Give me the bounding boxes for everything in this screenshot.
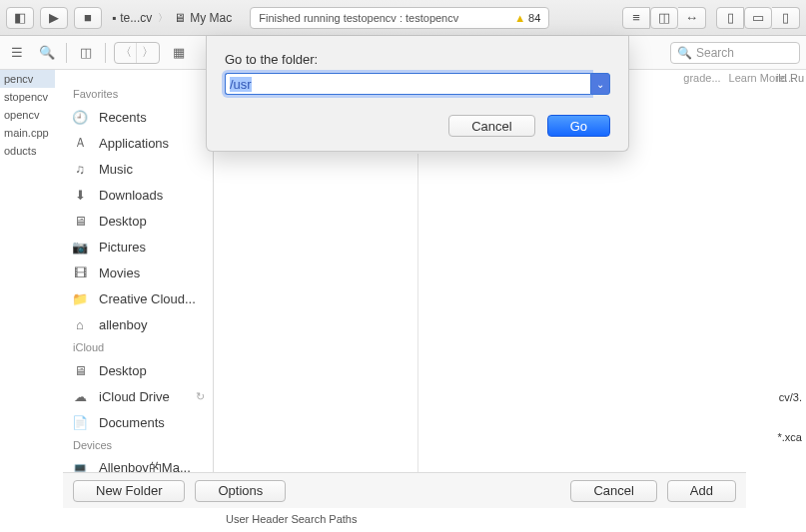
sidebar-section-favorites: Favorites [65,84,213,104]
cloud-icon: ☁ [71,387,89,405]
goto-go-button[interactable]: Go [547,115,610,137]
right-panel-icon: ▯ [782,10,789,25]
nav-item[interactable]: opencv [0,106,55,124]
warning-count: 84 [528,12,540,24]
panel-toggles[interactable]: ▯ ▭ ▯ [716,7,800,29]
toggle-left-panel-button[interactable]: ◧ [6,7,34,29]
forward-button[interactable]: 〉 [137,43,159,63]
desktop-icon: 🖥 [71,361,89,379]
bottom-panel-icon: ▭ [752,10,764,25]
left-panel-icon: ▯ [727,10,734,25]
sidebar-item-label: Desktop [99,363,147,378]
nav-item[interactable]: main.cpp [0,124,55,142]
scheme-name: te...cv [120,11,152,25]
separator [105,43,106,63]
doc-icon: 📄 [71,413,89,431]
sidebar-item-icloud-desktop[interactable]: 🖥Desktop [65,357,213,383]
sheet-add-button[interactable]: Add [667,480,736,502]
warnings-indicator[interactable]: ▲84 [514,12,540,24]
sidebar-item-label: Desktop [99,214,147,229]
stop-icon: ■ [84,10,92,25]
goto-cancel-button[interactable]: Cancel [448,115,534,137]
terminal-icon: ▪ [112,11,116,25]
mac-icon: 🖥 [174,11,186,25]
back-button[interactable]: 〈 [115,43,137,63]
sidebar-item-downloads[interactable]: ⬇Downloads [65,182,213,208]
grid-view-icon[interactable]: ▦ [168,42,190,64]
version-editor-icon: ↔ [685,10,698,25]
panel-left-icon: ◧ [14,10,26,25]
sidebar-item-label: Documents [99,415,165,430]
chevron-right-icon: 〉 [158,11,168,25]
sidebar-section-icloud: iCloud [65,337,213,357]
path-fragment: cv/3. [774,389,806,405]
sidebar-item-recents[interactable]: 🕘Recents [65,104,213,130]
build-run-fragment: ild Ru [776,72,804,84]
path-fragment: *.xca [774,429,806,445]
goto-folder-input[interactable] [225,73,590,95]
search-placeholder: Search [696,46,734,60]
sidebar-item-label: Applications [99,136,169,151]
camera-icon: 📷 [71,238,89,256]
sheet-bottom-bar: New Folder Options Cancel Add [63,472,746,508]
standard-editor-icon: ≡ [632,10,640,25]
options-button[interactable]: Options [195,480,286,502]
chevron-down-icon: ⌄ [596,79,604,90]
nav-icon-2[interactable]: 🔍 [36,42,58,64]
sidebar-toggle[interactable]: ◫ [75,42,97,64]
sidebar-item-movies[interactable]: 🎞Movies [65,260,213,285]
editor-mode-selector[interactable]: ≡ ◫ ↔ [622,7,706,29]
clock-icon: 🕘 [71,108,89,126]
run-destination: My Mac [190,11,232,25]
search-icon: 🔍 [677,46,692,60]
run-button[interactable]: ▶ [40,7,68,29]
nav-item[interactable]: oducts [0,142,55,160]
film-icon: 🎞 [71,264,89,281]
column-divider [417,154,418,486]
sidebar-item-icloud-drive[interactable]: ☁iCloud Drive↻ [65,383,213,409]
sheet-cancel-button[interactable]: Cancel [570,480,656,502]
finder-sidebar: Favorites 🕘Recents ＡApplications ♫Music … [65,70,213,486]
status-text: Finished running testopencv : testopencv [259,12,458,24]
warning-icon: ▲ [514,12,525,24]
sidebar-item-label: Pictures [99,240,146,255]
music-icon: ♫ [71,160,89,178]
sidebar-item-applications[interactable]: ＡApplications [65,130,213,156]
apps-icon: Ａ [71,134,89,152]
sidebar-item-creative-cloud[interactable]: 📁Creative Cloud... [65,285,213,311]
sidebar-item-label: Recents [99,110,147,125]
goto-dropdown-button[interactable]: ⌄ [590,73,610,95]
activity-status: Finished running testopencv : testopencv… [250,7,549,29]
separator [66,43,67,63]
download-icon: ⬇ [71,186,89,204]
sidebar-item-desktop[interactable]: 🖥Desktop [65,208,213,234]
stop-button[interactable]: ■ [74,7,102,29]
upgrade-link[interactable]: grade... [683,72,720,84]
search-field[interactable]: 🔍 Search [670,42,800,64]
project-navigator: pencv stopencv opencv main.cpp oducts [0,70,55,160]
sync-icon: ↻ [196,390,205,403]
folder-icon: 📁 [71,289,89,307]
nav-item[interactable]: pencv [0,70,55,88]
sidebar-item-home[interactable]: ⌂allenboy [65,311,213,337]
assistant-editor-icon: ◫ [658,10,670,25]
nav-item[interactable]: stopencv [0,88,55,106]
nav-icon-1[interactable]: ☰ [6,42,28,64]
sidebar-item-label: Movies [99,266,140,280]
sidebar-item-label: iCloud Drive [99,389,170,404]
sidebar-item-label: Creative Cloud... [99,291,196,306]
play-icon: ▶ [49,10,59,25]
goto-folder-dialog: Go to the folder: ⌄ Cancel Go [206,36,629,152]
goto-label: Go to the folder: [225,52,610,67]
sidebar-item-label: Downloads [99,188,163,203]
sidebar-item-pictures[interactable]: 📷Pictures [65,234,213,260]
new-folder-button[interactable]: New Folder [73,480,185,502]
sidebar-item-music[interactable]: ♫Music [65,156,213,182]
history-nav: 〈 〉 [114,42,160,64]
scheme-selector[interactable]: ▪te...cv 〉 🖥My Mac [108,11,236,25]
sidebar-section-devices: Devices [65,435,213,455]
xcode-toolbar: ◧ ▶ ■ ▪te...cv 〉 🖥My Mac Finished runnin… [0,0,806,36]
sidebar-item-documents[interactable]: 📄Documents [65,409,213,435]
right-truncated-content: cv/3. *.xca [774,389,806,445]
build-setting-row[interactable]: User Header Search Paths [220,509,806,529]
